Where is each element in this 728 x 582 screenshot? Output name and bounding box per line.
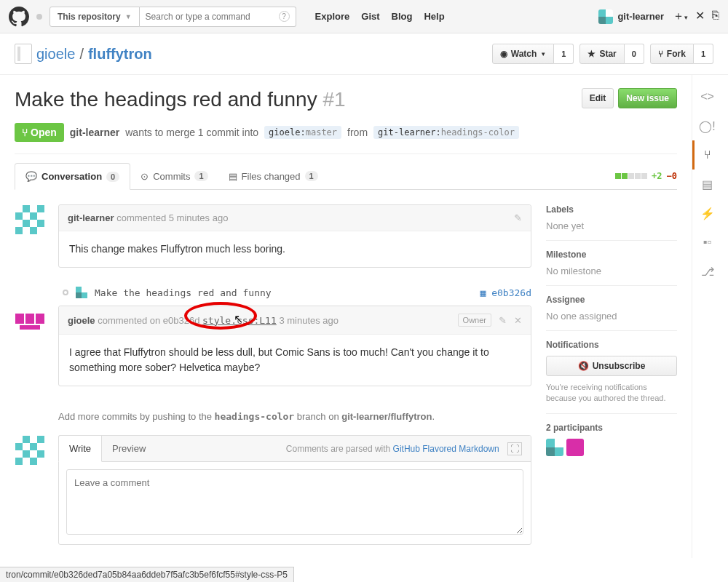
assignee-value: No one assigned	[546, 311, 677, 322]
create-new-icon[interactable]: ＋▾	[673, 9, 688, 24]
commit-message[interactable]: Make the headings red and funny	[95, 287, 272, 298]
settings-icon[interactable]: ✕	[695, 9, 705, 24]
pr-summary-text: wants to merge 1 commit into	[125, 127, 258, 138]
star-button[interactable]: ★ Star	[579, 44, 624, 64]
rail-pulse[interactable]: ⚡	[692, 199, 722, 228]
conversation-count: 0	[106, 172, 119, 182]
fork-label: Fork	[667, 49, 686, 59]
watch-button[interactable]: ◉ Watch ▼	[492, 44, 554, 64]
milestone-heading[interactable]: Milestone	[546, 250, 677, 260]
rail-graphs[interactable]: ▪▫	[692, 228, 722, 257]
nav-help[interactable]: Help	[424, 11, 444, 22]
search-scope-selector[interactable]: This repository ▼	[50, 7, 140, 27]
star-icon: ★	[587, 49, 596, 59]
edit-comment-icon[interactable]: ✎	[499, 315, 507, 326]
repo-nav-rail: <> ◯! ⑂ ▤ ⚡ ▪▫ ⎇	[692, 75, 722, 558]
git-pull-request-icon: ⑂	[22, 127, 28, 138]
new-issue-button[interactable]: New issue	[618, 88, 677, 108]
repo-name-link[interactable]: fluffytron	[88, 46, 152, 63]
issue-title-text: Make the headings red and funny	[15, 88, 317, 111]
sign-out-icon[interactable]: ⎘	[712, 9, 719, 24]
comment-author[interactable]: git-learner	[68, 212, 114, 223]
labels-value: None yet	[546, 220, 677, 231]
top-nav: Explore Gist Blog Help	[315, 11, 445, 22]
tab-commits[interactable]: ⊙ Commits 1	[130, 164, 218, 189]
participants-heading: 2 participants	[546, 423, 677, 433]
markdown-link[interactable]: GitHub Flavored Markdown	[393, 444, 499, 454]
unsubscribe-button[interactable]: 🔇 Unsubscribe	[546, 356, 677, 376]
rail-pull-requests[interactable]: ⑂	[692, 140, 722, 170]
fullscreen-icon[interactable]: ⛶	[507, 442, 522, 455]
timeline-commit: Make the headings red and funny ▦ e0b326…	[58, 279, 531, 306]
star-count[interactable]: 0	[625, 44, 644, 64]
help-icon[interactable]: ?	[279, 11, 290, 22]
push-hint: Add more commits by pushing to the headi…	[15, 398, 531, 435]
rail-code[interactable]: <>	[692, 82, 722, 111]
assignee-heading[interactable]: Assignee	[546, 295, 677, 305]
comment-meta: commented 5 minutes ago	[116, 212, 228, 223]
rail-wiki[interactable]: ▤	[692, 170, 722, 199]
notification-indicator[interactable]	[36, 14, 42, 20]
markdown-hint: Comments are parsed with GitHub Flavored…	[286, 444, 531, 454]
push-repo: git-learner/fluffytron	[341, 411, 432, 422]
participant-avatar[interactable]	[566, 439, 584, 456]
diff-icon: ▤	[229, 171, 237, 182]
nav-gist[interactable]: Gist	[361, 11, 379, 22]
nav-explore[interactable]: Explore	[315, 11, 350, 22]
avatar-gioele[interactable]	[15, 306, 44, 335]
watch-label: Watch	[511, 49, 537, 59]
edit-button[interactable]: Edit	[582, 88, 614, 108]
eye-icon: ◉	[500, 49, 507, 59]
comment-composer: Write Preview Comments are parsed with G…	[58, 435, 531, 545]
search-input[interactable]	[146, 12, 279, 22]
compose-tab-preview[interactable]: Preview	[102, 436, 156, 461]
file-line-link[interactable]: style.css:L11	[202, 315, 277, 326]
star-label: Star	[599, 49, 616, 59]
edit-comment-icon[interactable]: ✎	[514, 212, 522, 223]
tab-files[interactable]: ▤ Files changed 1	[218, 164, 328, 189]
compose-tab-write[interactable]: Write	[58, 435, 102, 462]
repo-owner-link[interactable]: gioele	[36, 46, 75, 63]
rail-issues[interactable]: ◯!	[692, 111, 722, 140]
tab-conversation[interactable]: 💬 Conversation 0	[15, 163, 130, 190]
push-branch: headings-color	[215, 411, 295, 422]
comment-body: I agree that Fluffytron should be less d…	[59, 335, 531, 386]
comment-item: git-learner commented 5 minutes ago ✎ Th…	[58, 204, 531, 268]
user-menu[interactable]: git-learner	[598, 9, 664, 24]
top-bar: This repository ▼ ? Explore Gist Blog He…	[0, 0, 728, 33]
comment-item: gioele commented on e0b326d style.css:L1…	[58, 306, 531, 386]
head-branch[interactable]: git-learner:headings-color	[373, 126, 519, 139]
mute-icon: 🔇	[578, 361, 589, 371]
pr-state-row: ⑂ Open git-learner wants to merge 1 comm…	[15, 123, 677, 154]
base-branch[interactable]: gioele:master	[264, 126, 341, 139]
files-count: 1	[305, 171, 318, 181]
comment-meta: 3 minutes ago	[277, 315, 339, 326]
watch-count[interactable]: 1	[554, 44, 574, 64]
comment-body: This change makes Fluffytron much less b…	[59, 231, 531, 267]
diffstat: +2 −0	[615, 171, 677, 181]
commit-sha-link[interactable]: e0b326d	[491, 287, 531, 298]
search-container: ?	[140, 7, 296, 27]
rail-network[interactable]: ⎇	[692, 257, 722, 286]
notification-reason: You're receiving notifications because y…	[546, 382, 677, 404]
avatar-git-learner[interactable]	[15, 436, 44, 465]
participant-avatar[interactable]	[546, 439, 563, 456]
repo-icon	[15, 44, 32, 64]
comment-textarea[interactable]	[66, 469, 523, 535]
delete-comment-icon[interactable]: ✕	[514, 315, 522, 326]
user-avatar-icon	[598, 9, 613, 24]
avatar-git-learner[interactable]	[15, 205, 44, 234]
nav-blog[interactable]: Blog	[392, 11, 413, 22]
chevron-down-icon: ▼	[125, 13, 132, 20]
owner-badge: Owner	[458, 314, 491, 327]
fork-count[interactable]: 1	[694, 44, 713, 64]
sidebar: Labels None yet Milestone No milestone A…	[546, 204, 677, 545]
watch-group: ◉ Watch ▼ 1	[492, 44, 574, 64]
pr-author[interactable]: git-learner	[70, 127, 119, 138]
github-logo[interactable]	[9, 7, 29, 27]
comment-author[interactable]: gioele	[68, 315, 95, 326]
star-group: ★ Star 0	[579, 44, 644, 64]
comment-link-icon[interactable]: ▦	[480, 287, 486, 298]
fork-button[interactable]: ⑂ Fork	[650, 44, 694, 64]
labels-heading[interactable]: Labels	[546, 204, 677, 215]
